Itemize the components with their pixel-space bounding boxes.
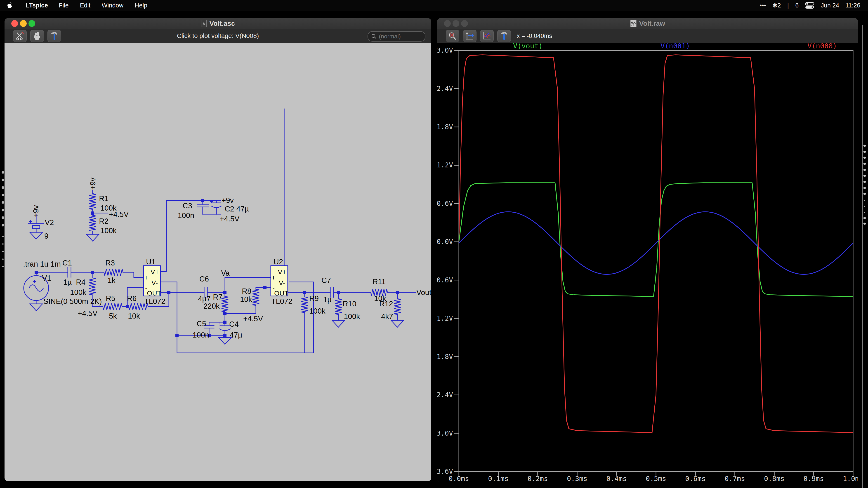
tiling-badge[interactable]: ✱2 [772, 2, 781, 9]
window-title: Volt.asc [210, 20, 235, 27]
schematic-label: 10k [240, 295, 252, 303]
x-axis-tick-label: 1.0ms [843, 475, 858, 482]
schematic-label: 100k [309, 307, 326, 315]
menu-item-window[interactable]: Window [101, 2, 124, 9]
y-axis-tick-label: -3.6V [437, 467, 453, 475]
minimize-button[interactable] [453, 20, 459, 27]
schematic-label: R4 [76, 278, 86, 286]
apple-menu-icon[interactable] [7, 2, 13, 9]
schematic-label: − [33, 294, 37, 300]
trace-V(n001) [459, 212, 853, 274]
schematic-label: 1k [107, 276, 116, 285]
legend-entry[interactable]: V(vout) [513, 43, 543, 50]
schematic-doc-icon [201, 20, 207, 27]
x-axis-tick-label: 0.2ms [528, 475, 548, 482]
schematic-label: 100k [100, 226, 117, 235]
control-panel-hammer-button[interactable] [497, 30, 511, 42]
window-title: Volt.raw [639, 20, 665, 27]
x-axis-tick-label: 0.4ms [606, 475, 627, 482]
cut-button[interactable] [13, 30, 27, 42]
schematic-label: R1 [99, 194, 108, 203]
search-icon [371, 34, 377, 39]
drag-hand-button[interactable] [30, 30, 44, 42]
menu-app-name[interactable]: LTspice [26, 2, 48, 9]
schematic-label: R5 [106, 294, 115, 302]
schematic-label: R8 [242, 287, 251, 295]
menu-date[interactable]: Jun 24 [821, 2, 839, 9]
search-input[interactable] [378, 33, 415, 40]
waveform-toolbar: x = -0.040ms [437, 29, 858, 43]
schematic-label: V1 [42, 274, 51, 282]
menu-item-file[interactable]: File [58, 2, 69, 9]
statusbar-separator: | [787, 2, 789, 9]
menu-bar: LTspice File Edit Window Help ••• ✱2 | 6… [0, 0, 868, 11]
schematic-label: R6 [127, 294, 136, 302]
x-axis-tick-label: 0.3ms [567, 475, 587, 482]
schematic-label: Vout [416, 288, 431, 297]
schematic-label: R7 [213, 293, 222, 301]
control-center-icon[interactable] [805, 2, 814, 9]
schematic-label: V2 [45, 218, 54, 227]
desktop-left-edge-dots [0, 0, 4, 488]
autoscale-graph-button[interactable] [480, 30, 494, 42]
close-button[interactable] [11, 20, 18, 27]
schematic-titlebar[interactable]: Volt.asc [4, 18, 431, 29]
zoom-button[interactable] [461, 20, 468, 27]
schematic-label: 100k [70, 288, 86, 296]
schematic-label: C3 [183, 201, 192, 210]
schematic-label: C4 [229, 320, 239, 328]
legend-entry[interactable]: V(n008) [807, 43, 837, 50]
y-axis-tick-label: -3.0V [437, 429, 453, 437]
pan-axes-button[interactable] [463, 30, 476, 42]
y-axis-tick-label: 1.2V [437, 161, 453, 169]
trace-V(n008) [459, 55, 853, 433]
close-button[interactable] [444, 20, 451, 27]
cursor-readout: x = -0.040ms [517, 33, 552, 39]
schematic-label: V+ [278, 268, 286, 275]
y-axis-tick-label: 1.8V [437, 123, 453, 131]
schematic-label: + [272, 274, 276, 282]
waveform-plot-area[interactable]: 3.0V2.4V1.8V1.2V0.6V0.0V-0.6V-1.2V-1.8V-… [437, 43, 858, 482]
x-axis-tick-label: 0.1ms [488, 475, 508, 482]
schematic-status-text: Click to plot voltage: V(N008) [4, 32, 431, 39]
zoom-back-button[interactable] [446, 30, 459, 42]
waveform-doc-icon [630, 20, 637, 27]
schematic-label: 100n [193, 331, 209, 339]
x-axis-tick-label: 0.7ms [725, 475, 745, 482]
schematic-label: + [29, 218, 32, 224]
schematic-label: C2 47µ [225, 205, 249, 213]
x-axis-tick-label: 0.0ms [449, 475, 469, 482]
schematic-label: C7 [321, 276, 331, 285]
menu-overflow-dots[interactable]: ••• [760, 2, 766, 9]
trace-V(vout) [459, 183, 853, 296]
schematic-label: R10 [343, 300, 356, 308]
trace-group [459, 55, 853, 433]
schematic-canvas[interactable]: .tran 1u 1mV1SINE(0 500m 2K)C11µR4100kR3… [4, 43, 431, 481]
schematic-label: +4.5V [243, 315, 263, 323]
search-field[interactable] [368, 31, 426, 41]
waveform-titlebar[interactable]: Volt.raw [437, 18, 858, 29]
minimize-button[interactable] [20, 20, 27, 27]
schematic-label: +9v [89, 177, 97, 190]
space-number[interactable]: 6 [795, 2, 799, 9]
schematic-label: R12 [379, 300, 393, 308]
y-axis-tick-label: -1.2V [437, 314, 453, 322]
y-axis-tick-label: -0.6V [437, 276, 453, 284]
schematic-label: 47µ [230, 331, 242, 339]
schematic-label: +4.5V [109, 210, 129, 219]
schematic-label: 4k7 [381, 312, 393, 321]
menu-item-edit[interactable]: Edit [80, 2, 91, 9]
schematic-label: 100n [178, 211, 194, 220]
schematic-label: R11 [373, 278, 385, 286]
y-axis-tick-label: -1.8V [437, 353, 453, 361]
schematic-label: 9 [44, 232, 49, 240]
schematic-label: .tran 1u 1m [23, 260, 61, 268]
waveform-window: Volt.raw [437, 18, 858, 482]
zoom-button[interactable] [29, 20, 35, 27]
control-panel-hammer-button[interactable] [48, 30, 61, 42]
schematic-label: Va [221, 269, 230, 277]
menu-item-help[interactable]: Help [134, 2, 148, 9]
legend-entry[interactable]: V(n001) [660, 43, 690, 50]
schematic-label: 100k [344, 312, 360, 321]
schematic-label: R3 [105, 259, 115, 267]
